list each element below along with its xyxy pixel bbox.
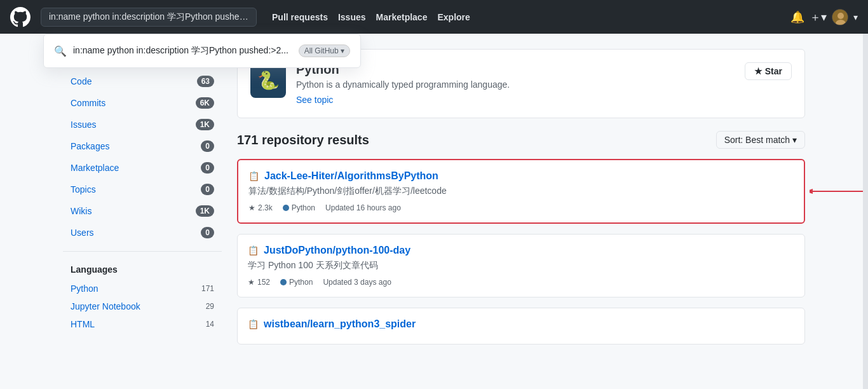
results-count: 171 repository results <box>237 133 369 147</box>
repo-name-suffix-3: 3_spider <box>374 318 416 329</box>
lang-count-html: 14 <box>206 320 214 329</box>
sort-button[interactable]: Sort: Best match ▾ <box>716 131 805 149</box>
star-button[interactable]: ★ Star <box>745 62 792 80</box>
svg-point-1 <box>837 13 844 19</box>
repo-icon-3: 📋 <box>248 319 259 329</box>
repo-link-1[interactable]: Jack-Lee-Hiter/AlgorithmsByPython <box>264 170 438 182</box>
repo-card-2: 📋 JustDoPython/python-100-day 学习 Python … <box>237 234 805 297</box>
repo-name-highlight-1: Python <box>404 170 438 181</box>
repo-name-prefix-1: AlgorithmsBy <box>337 170 404 181</box>
repo-link-2[interactable]: JustDoPython/python-100-day <box>264 245 410 256</box>
lang-item-python[interactable]: Python 171 <box>63 280 222 297</box>
repo-desc-2: 学习 Python 100 天系列文章代码 <box>248 260 794 271</box>
topic-description: Python is a dynamically typed programmin… <box>296 79 735 90</box>
repo-title-row-3: 📋 wistbean/learn_python3_spider <box>248 318 794 330</box>
sidebar-item-issues[interactable]: Issues 1K <box>63 114 222 135</box>
search-dropdown-query: in:name python in:description 学习Python p… <box>73 45 292 57</box>
repo-updated-2: Updated 3 days ago <box>323 278 391 287</box>
lang-name-jupyter: Jupyter Notebook <box>71 301 140 311</box>
sidebar: Repositories 171 Code 63 Commits 6K Issu… <box>63 49 222 355</box>
topic-info: Python Python is a dynamically typed pro… <box>296 62 735 105</box>
nav-explore[interactable]: Explore <box>437 12 470 22</box>
nav-marketplace[interactable]: Marketplace <box>376 12 428 22</box>
repo-stars-2: ★ 152 <box>248 278 270 287</box>
svg-text:🐍: 🐍 <box>257 70 280 91</box>
languages-title: Languages <box>63 259 222 280</box>
repo-title-row-2: 📋 JustDoPython/python-100-day <box>248 245 794 256</box>
repo-card-1: 📋 Jack-Lee-Hiter/AlgorithmsByPython 算法/数… <box>237 159 805 224</box>
lang-dot-2 <box>280 279 287 285</box>
repo1-wrapper: 📋 Jack-Lee-Hiter/AlgorithmsByPython 算法/数… <box>237 159 805 224</box>
sidebar-badge-users: 0 <box>201 227 214 238</box>
repo-meta-2: ★ 152 Python Updated 3 days ago <box>248 278 794 287</box>
sidebar-filter-section: Repositories 171 Code 63 Commits 6K Issu… <box>63 49 222 243</box>
repo-icon-1: 📋 <box>248 171 259 181</box>
sidebar-item-commits[interactable]: Commits 6K <box>63 92 222 114</box>
see-topic-link[interactable]: See topic <box>296 95 333 105</box>
languages-section: Languages Python 171 Jupyter Notebook 29… <box>63 259 222 333</box>
sidebar-badge-code: 63 <box>197 76 214 87</box>
repo-lang-2: Python <box>280 278 313 287</box>
nav-arrow[interactable]: ▾ <box>853 12 858 22</box>
search-icon: 🔍 <box>54 45 67 57</box>
sidebar-item-wikis[interactable]: Wikis 1K <box>63 200 222 222</box>
repo-updated-1: Updated 16 hours ago <box>325 203 401 212</box>
annotation-arrow-wrapper: 终于找到了梦寐以来的项目了 <box>810 185 868 198</box>
lang-count-python: 171 <box>201 284 214 293</box>
search-dropdown-item[interactable]: 🔍 in:name python in:description 学习Python… <box>44 39 360 62</box>
sidebar-item-code[interactable]: Code 63 <box>63 71 222 92</box>
repo-org-2: JustDoPython <box>264 245 332 256</box>
sidebar-badge-packages: 0 <box>201 140 214 152</box>
sidebar-divider <box>63 251 222 252</box>
sidebar-item-topics[interactable]: Topics 0 <box>63 179 222 200</box>
lang-item-html[interactable]: HTML 14 <box>63 315 222 333</box>
repo-name-suffix-2: -100-day <box>369 245 410 256</box>
sidebar-badge-wikis: 1K <box>196 205 214 217</box>
annotation-arrow-icon <box>810 185 868 198</box>
repo-icon-2: 📋 <box>248 245 259 256</box>
repo-org-3: wistbean <box>264 318 307 329</box>
notifications-button[interactable]: 🔔 <box>790 10 804 24</box>
repo-desc-1: 算法/数据结构/Python/剑指offer/机器学习/leetcode <box>248 186 794 197</box>
main-content: 🐍 Python Python is a dynamically typed p… <box>237 49 805 355</box>
repo-org-1: Jack-Lee-Hiter <box>264 170 334 181</box>
repo-name-highlight-2: python <box>336 245 369 256</box>
lang-count-jupyter: 29 <box>206 302 214 311</box>
search-scope-badge[interactable]: All GitHub ▾ <box>299 44 350 57</box>
repo-meta-1: ★ 2.3k Python Updated 16 hours ago <box>248 203 794 212</box>
repo-name-prefix-3: learn_ <box>310 318 340 329</box>
repo-stars-1: ★ 2.3k <box>248 203 273 212</box>
repo-lang-1: Python <box>283 203 315 212</box>
topic-name: Python <box>296 62 735 77</box>
sidebar-item-users[interactable]: Users 0 <box>63 222 222 243</box>
nav-right: 🔔 ＋▾ ▾ <box>790 9 858 25</box>
github-logo-icon[interactable] <box>10 7 31 27</box>
sidebar-item-packages[interactable]: Packages 0 <box>63 135 222 157</box>
nav-issues[interactable]: Issues <box>338 12 366 22</box>
results-header: 171 repository results Sort: Best match … <box>237 131 805 149</box>
search-bar[interactable]: in:name python in:description 学习Python p… <box>41 8 257 27</box>
nav-pull-requests[interactable]: Pull requests <box>272 12 328 22</box>
repo-card-3: 📋 wistbean/learn_python3_spider <box>237 308 805 345</box>
navbar: in:name python in:description 学习Python p… <box>0 0 868 34</box>
search-dropdown: 🔍 in:name python in:description 学习Python… <box>43 34 361 68</box>
lang-name-html: HTML <box>71 319 95 329</box>
sidebar-badge-topics: 0 <box>201 184 214 195</box>
repo-title-row-1: 📋 Jack-Lee-Hiter/AlgorithmsByPython <box>248 170 794 182</box>
lang-dot-1 <box>283 205 289 211</box>
avatar[interactable] <box>832 9 848 25</box>
repo-link-3[interactable]: wistbean/learn_python3_spider <box>264 318 416 330</box>
sidebar-badge-issues: 1K <box>196 119 214 130</box>
sidebar-badge-commits: 6K <box>196 97 214 109</box>
repo-name-highlight-3: python <box>340 318 374 329</box>
sidebar-badge-marketplace: 0 <box>201 162 214 174</box>
sidebar-item-marketplace[interactable]: Marketplace 0 <box>63 157 222 179</box>
lang-name-python: Python <box>71 283 98 294</box>
create-button[interactable]: ＋▾ <box>810 10 827 25</box>
page-body: Repositories 171 Code 63 Commits 6K Issu… <box>53 34 815 370</box>
lang-item-jupyter[interactable]: Jupyter Notebook 29 <box>63 297 222 315</box>
nav-links: Pull requests Issues Marketplace Explore <box>272 12 470 22</box>
scrollbar[interactable] <box>863 0 868 370</box>
